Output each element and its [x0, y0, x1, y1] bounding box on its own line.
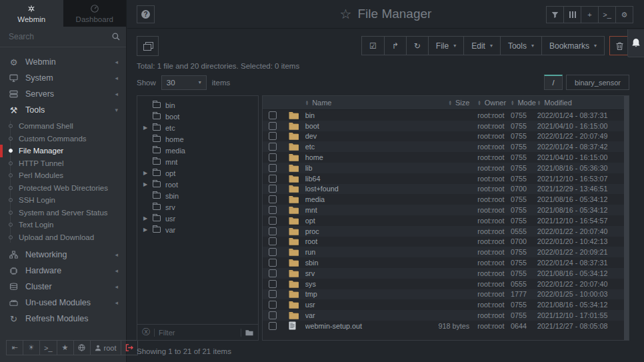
row-checkbox[interactable] — [269, 311, 277, 319]
table-row[interactable]: root root:root 0700 2022/01/20 - 10:42:1… — [263, 237, 629, 247]
column-header-modified[interactable]: ▲▼Modified — [537, 99, 629, 107]
row-checkbox[interactable] — [269, 132, 277, 140]
sidebar-subitem[interactable]: Upload and Download — [0, 231, 126, 244]
settings-button[interactable]: ⚙ — [615, 6, 633, 23]
tree-item[interactable]: ▶ boot — [137, 111, 258, 122]
tab-webmin[interactable]: Webmin — [0, 0, 63, 27]
search-icon[interactable] — [112, 33, 120, 41]
row-checkbox[interactable] — [269, 195, 277, 203]
table-row[interactable]: lost+found root:root 0700 2021/12/29 - 1… — [263, 184, 629, 195]
file-name[interactable]: var — [305, 311, 411, 319]
row-checkbox[interactable] — [269, 290, 277, 298]
table-row[interactable]: bin root:root 0755 2022/01/24 - 08:37:31 — [263, 110, 629, 121]
table-row[interactable]: webmin-setup.out 918 bytes root:root 064… — [263, 321, 629, 331]
table-row[interactable]: tmp root:root 1777 2022/01/25 - 10:00:03 — [263, 289, 629, 300]
expand-arrow-icon[interactable]: ▶ — [143, 227, 148, 233]
file-name[interactable]: etc — [305, 143, 411, 151]
tree-item[interactable]: ▶ usr — [137, 213, 258, 224]
file-name[interactable]: tmp — [305, 290, 411, 298]
table-row[interactable]: home root:root 0755 2021/04/10 - 16:15:0… — [263, 152, 629, 163]
row-checkbox[interactable] — [269, 259, 277, 267]
table-row[interactable]: lib64 root:root 0755 2021/12/10 - 16:53:… — [263, 173, 629, 184]
tree-item[interactable]: ▶ srv — [137, 201, 258, 213]
sidebar-item-unused-modules[interactable]: Un-used Modules ◂ — [0, 295, 126, 311]
sidebar-item-webmin[interactable]: ⚙ Webmin ◂ — [0, 54, 126, 70]
sidebar-item-refresh-modules[interactable]: ↻ Refresh Modules — [0, 311, 126, 327]
theme-button[interactable]: ☀ — [23, 340, 40, 355]
sort-icon[interactable]: ▲▼ — [448, 100, 451, 105]
file-name[interactable]: opt — [305, 217, 411, 225]
tree-item[interactable]: ▶ root — [137, 179, 258, 190]
file-name[interactable]: sys — [305, 280, 411, 288]
row-checkbox[interactable] — [269, 237, 277, 245]
row-checkbox[interactable] — [269, 227, 277, 235]
breadcrumb-root-button[interactable]: / — [544, 75, 563, 90]
sidebar-item-tools[interactable]: ⚒ Tools ▾ — [0, 102, 126, 118]
sidebar-item-servers[interactable]: Servers ◂ — [0, 86, 126, 102]
tree-item[interactable]: ▶ mnt — [137, 156, 258, 167]
columns-button[interactable] — [563, 6, 581, 23]
row-checkbox[interactable] — [269, 122, 277, 130]
sort-icon[interactable]: ▲▼ — [537, 100, 541, 105]
file-name[interactable]: boot — [305, 122, 411, 130]
column-header-mode[interactable]: ▲▼Mode — [511, 99, 537, 107]
row-checkbox[interactable] — [269, 280, 277, 288]
row-checkbox[interactable] — [269, 111, 277, 119]
add-button[interactable]: + — [581, 6, 599, 23]
tree-item[interactable]: ▶ home — [137, 133, 258, 145]
file-name[interactable]: media — [305, 195, 411, 203]
tree-item[interactable]: ▶ bin — [137, 99, 258, 111]
row-checkbox[interactable] — [269, 217, 277, 225]
breadcrumb-dir-button[interactable]: binary_sensor — [566, 75, 629, 90]
row-checkbox[interactable] — [269, 248, 277, 256]
clear-filter-icon[interactable]: ⓧ — [142, 327, 150, 338]
file-name[interactable]: proc — [305, 227, 411, 235]
table-row[interactable]: run root:root 0755 2022/01/22 - 20:09:21 — [263, 247, 629, 257]
file-name[interactable]: sbin — [305, 259, 411, 267]
sidebar-subitem[interactable]: HTTP Tunnel — [0, 157, 126, 170]
tree-item[interactable]: ▶ sbin — [137, 190, 258, 201]
file-name[interactable]: dev — [305, 132, 411, 140]
file-name[interactable]: usr — [305, 301, 411, 309]
tab-dashboard[interactable]: Dashboard — [63, 0, 127, 27]
edit-menu-button[interactable]: Edit▾ — [463, 37, 500, 55]
row-checkbox[interactable] — [269, 164, 277, 172]
sidebar-subitem[interactable]: Command Shell — [0, 120, 126, 133]
refresh-button[interactable]: ↻ — [406, 37, 428, 55]
sidebar-item-system[interactable]: System ◂ — [0, 70, 126, 86]
column-header-size[interactable]: ▲▼Size — [411, 99, 478, 107]
sidebar-subitem[interactable]: Custom Commands — [0, 133, 126, 145]
sort-icon[interactable]: ▲▼ — [511, 100, 514, 105]
row-checkbox[interactable] — [269, 175, 277, 183]
row-checkbox[interactable] — [269, 301, 277, 309]
file-name[interactable]: lib64 — [305, 175, 411, 183]
table-row[interactable]: media root:root 0755 2021/08/16 - 05:34:… — [263, 194, 629, 205]
help-button[interactable]: ? — [137, 5, 155, 23]
row-checkbox[interactable] — [269, 153, 277, 161]
shell-button[interactable]: >_ — [39, 340, 57, 355]
row-checkbox[interactable] — [269, 143, 277, 151]
table-row[interactable]: etc root:root 0755 2022/01/24 - 08:37:42 — [263, 141, 629, 152]
file-name[interactable]: root — [305, 237, 411, 245]
file-name[interactable]: run — [305, 248, 411, 256]
sidebar-subitem[interactable]: Text Login — [0, 219, 126, 231]
sort-icon[interactable]: ▲▼ — [305, 100, 309, 105]
file-name[interactable]: bin — [305, 111, 411, 119]
table-scrollbar[interactable] — [624, 96, 629, 340]
table-row[interactable]: boot root:root 0755 2021/04/10 - 16:15:0… — [263, 121, 629, 131]
expand-arrow-icon[interactable]: ▶ — [143, 125, 148, 131]
table-row[interactable]: sbin root:root 0755 2022/01/24 - 08:37:3… — [263, 257, 629, 268]
tree-item[interactable]: ▶ media — [137, 145, 258, 156]
folder-select-icon[interactable] — [245, 329, 253, 336]
row-checkbox[interactable] — [269, 206, 277, 214]
sidebar-subitem[interactable]: Perl Modules — [0, 169, 126, 182]
expand-arrow-icon[interactable]: ▶ — [143, 215, 148, 221]
dual-pane-button[interactable] — [137, 36, 159, 56]
sidebar-item-networking[interactable]: Networking ◂ — [0, 247, 126, 263]
tree-item[interactable]: ▶ etc — [137, 122, 258, 133]
tree-item[interactable]: ▶ opt — [137, 167, 258, 179]
table-row[interactable]: mnt root:root 0755 2021/08/16 - 05:34:12 — [263, 205, 629, 215]
table-row[interactable]: var root:root 0755 2021/12/10 - 17:01:55 — [263, 310, 629, 321]
file-name[interactable]: mnt — [305, 206, 411, 214]
export-button[interactable]: ↱ — [384, 37, 406, 55]
